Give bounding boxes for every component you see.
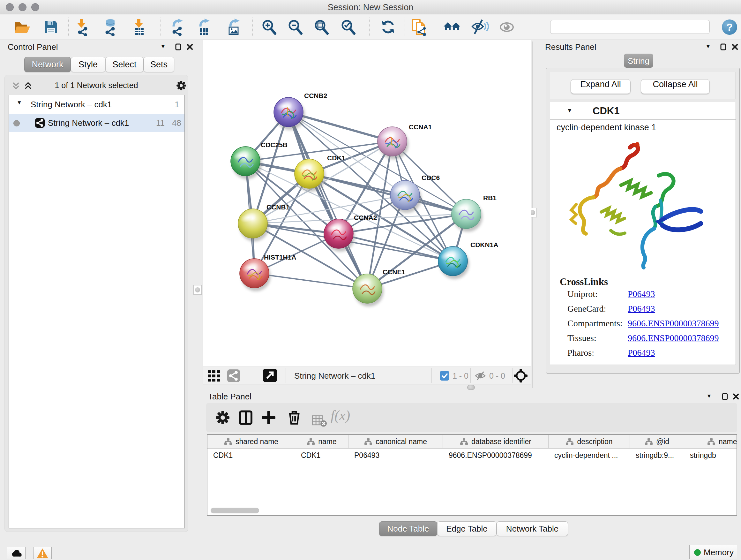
function-builder-icon: f(x) xyxy=(331,408,350,424)
control-panel-collapse-icon[interactable]: ▼ xyxy=(158,44,168,52)
delete-column-trash-icon[interactable] xyxy=(286,410,302,425)
results-panel-float-icon[interactable] xyxy=(719,44,728,52)
import-table-icon[interactable] xyxy=(130,18,148,36)
export-network-icon[interactable] xyxy=(169,18,187,36)
network-options-gear-icon[interactable] xyxy=(176,80,187,92)
network-collection-row[interactable]: ▼ String Network – cdk1 1 xyxy=(9,95,185,114)
column-header-database-identifier[interactable]: database identifier xyxy=(443,435,549,448)
tab-string[interactable]: String xyxy=(624,54,653,68)
cell-shared-name[interactable]: CDK1 xyxy=(207,449,295,462)
crosslink-link-compartments[interactable]: 9606.ENSP00000378699 xyxy=(628,318,719,328)
refresh-icon[interactable] xyxy=(379,18,397,36)
node-CCNB2[interactable] xyxy=(274,98,305,130)
cell-namespace[interactable]: stringdb xyxy=(684,449,737,462)
node-HIST1H1A[interactable] xyxy=(240,259,271,291)
collapse-all-button[interactable]: Collapse All xyxy=(641,79,710,94)
control-panel-float-icon[interactable] xyxy=(174,44,183,52)
node-CDC25B[interactable] xyxy=(231,146,262,179)
network-row-selected[interactable]: String Network – cdk1 11 48 xyxy=(9,114,185,132)
left-splitter[interactable] xyxy=(202,42,202,543)
cell-canonical-name[interactable]: P06493 xyxy=(348,449,443,462)
node-CCNA1[interactable] xyxy=(378,127,408,159)
edge-HIST1H1A-CCNE1[interactable] xyxy=(254,273,367,289)
main-toolbar: ? xyxy=(0,14,741,40)
search-input[interactable] xyxy=(550,20,710,34)
table-hscrollbar[interactable] xyxy=(207,508,737,514)
crosslink-link-genecard[interactable]: P06493 xyxy=(628,304,655,314)
warnings-button[interactable] xyxy=(33,547,52,559)
crosslink-link-uniprot[interactable]: P06493 xyxy=(628,289,655,299)
show-columns-icon[interactable] xyxy=(238,410,253,425)
tab-network[interactable]: Network xyxy=(24,57,71,72)
zoom-fit-icon[interactable] xyxy=(313,18,331,36)
birds-eye-view-icon[interactable] xyxy=(263,369,277,382)
table-hscrollbar-thumb[interactable] xyxy=(211,508,259,513)
help-button[interactable]: ? xyxy=(722,19,737,35)
table-options-gear-icon[interactable] xyxy=(215,410,230,425)
export-image-icon[interactable] xyxy=(226,18,244,36)
results-panel-close-icon[interactable] xyxy=(730,44,740,52)
cell-database-identifier[interactable]: 9606.ENSP00000378699 xyxy=(443,449,549,462)
toolbar-separator xyxy=(160,17,161,36)
column-header-description[interactable]: description xyxy=(549,435,630,448)
open-session-icon[interactable] xyxy=(13,18,30,36)
tab-sets[interactable]: Sets xyxy=(144,57,174,72)
tab-select[interactable]: Select xyxy=(105,57,144,72)
tab-style[interactable]: Style xyxy=(71,57,105,72)
tab-edge-table[interactable]: Edge Table xyxy=(437,521,496,536)
table-panel-collapse-icon[interactable]: ▼ xyxy=(704,393,714,401)
edge-CCNB2-CCNE1[interactable] xyxy=(288,112,367,289)
network-view-canvas[interactable]: CCNB2CCNA1CDC25BCDK1CDC6RB1CCNB1CCNA2CDK… xyxy=(203,40,531,367)
save-session-icon[interactable] xyxy=(42,18,60,36)
crosslink-link-pharos[interactable]: P06493 xyxy=(628,348,655,358)
table-row[interactable]: CDK1CDK1P064939606.ENSP00000378699cyclin… xyxy=(207,449,737,462)
selected-checkbox[interactable] xyxy=(440,371,449,381)
zoom-out-icon[interactable] xyxy=(286,18,305,36)
expand-all-button[interactable]: Expand All xyxy=(570,79,630,94)
network-list: ▼ String Network – cdk1 1 String Network… xyxy=(9,95,185,528)
results-panel-collapse-icon[interactable]: ▼ xyxy=(703,44,713,52)
table-panel-close-icon[interactable] xyxy=(731,393,741,401)
crosslink-row-genecard: GeneCard: P06493 xyxy=(550,304,736,318)
import-network-file-icon[interactable] xyxy=(73,18,91,36)
status-bar: Memory xyxy=(0,543,741,560)
cell-name[interactable]: CDK1 xyxy=(295,449,348,462)
control-panel-close-icon[interactable] xyxy=(185,44,195,52)
gene-expander-icon[interactable]: ▼ xyxy=(567,107,572,114)
cloud-status-button[interactable] xyxy=(7,547,25,559)
collection-expander-icon[interactable]: ▼ xyxy=(17,100,22,106)
hide-eye-icon[interactable] xyxy=(471,18,489,36)
column-header-shared-name[interactable]: shared name xyxy=(207,435,295,448)
import-network-database-icon[interactable] xyxy=(101,18,119,36)
node-CCNA2[interactable] xyxy=(324,219,355,252)
memory-button[interactable]: Memory xyxy=(689,545,737,559)
export-table-icon[interactable] xyxy=(196,18,214,36)
create-column-plus-icon[interactable] xyxy=(261,410,276,425)
control-panel: Control Panel ▼ NetworkStyleSelectSets 1… xyxy=(3,42,190,535)
show-eye-icon[interactable] xyxy=(498,18,516,36)
table-panel-float-icon[interactable] xyxy=(720,393,730,401)
hidden-eye-icon[interactable] xyxy=(474,371,486,382)
edge-CDK1-RB1[interactable] xyxy=(309,174,466,214)
gene-card-header[interactable]: ▼ CDK1 xyxy=(550,102,736,120)
column-header-namespace[interactable]: namespace xyxy=(684,435,737,448)
table-panel-title: Table Panel xyxy=(208,392,252,401)
grid-view-icon[interactable] xyxy=(207,370,220,383)
column-header-name[interactable]: name xyxy=(295,435,348,448)
column-header-canonical-name[interactable]: canonical name xyxy=(348,435,443,448)
cell-description[interactable]: cyclin-dependent ... xyxy=(549,449,630,462)
zoom-in-icon[interactable] xyxy=(260,18,278,36)
share-document-icon[interactable] xyxy=(410,18,428,36)
left-splitter-handle[interactable] xyxy=(193,285,202,295)
fit-selected-target-icon[interactable] xyxy=(514,369,528,384)
node-RB1[interactable] xyxy=(452,199,482,232)
column-header--id[interactable]: @id xyxy=(630,435,684,448)
cell--id[interactable]: stringdb:9... xyxy=(630,449,684,462)
zoom-selected-icon[interactable] xyxy=(340,18,357,36)
tab-node-table[interactable]: Node Table xyxy=(379,521,437,536)
node-CDKN1A[interactable] xyxy=(438,246,469,279)
tab-network-table[interactable]: Network Table xyxy=(496,521,568,536)
string-network-badge-icon[interactable] xyxy=(227,369,240,382)
home-networks-icon[interactable] xyxy=(443,18,461,36)
crosslink-link-tissues[interactable]: 9606.ENSP00000378699 xyxy=(628,333,719,343)
